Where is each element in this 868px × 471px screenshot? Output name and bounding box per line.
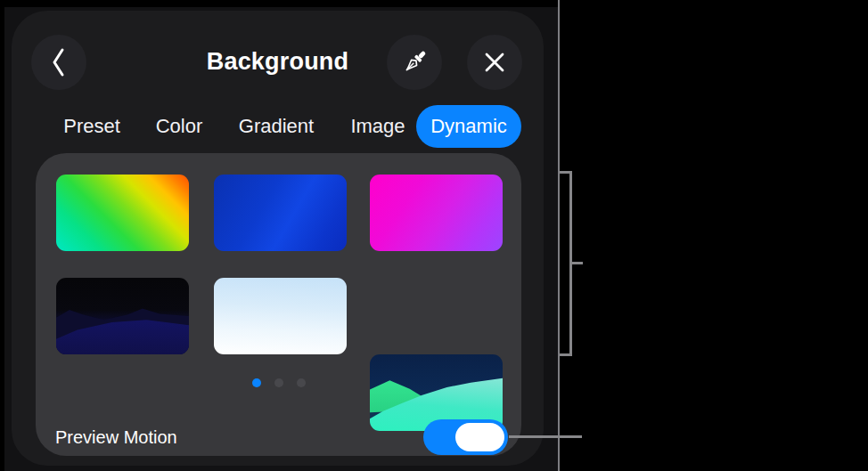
dynamic-background-thumbnail-blue[interactable] — [214, 175, 347, 251]
toggle-knob — [455, 423, 504, 451]
dynamic-background-thumbnail-magenta[interactable] — [370, 175, 503, 251]
dynamic-background-thumbnail-sky[interactable] — [214, 278, 347, 354]
dynamic-background-thumbnail-rainbow[interactable] — [56, 175, 189, 251]
eyedropper-icon — [397, 45, 431, 79]
page-title: Background — [12, 48, 544, 76]
tab-preset[interactable]: Preset — [63, 105, 120, 148]
pager-dot-2[interactable] — [274, 378, 283, 387]
dynamic-backgrounds-card: Preview Motion — [36, 153, 521, 456]
pager-dot-3[interactable] — [297, 378, 306, 387]
tab-image[interactable]: Image — [350, 105, 405, 148]
preview-motion-label: Preview Motion — [55, 427, 177, 448]
pager-dot-1[interactable] — [252, 378, 261, 387]
thumbnails-callout-bracket-bottom — [560, 353, 572, 356]
eyedropper-button[interactable] — [387, 35, 442, 90]
figure: Background Pr — [0, 0, 868, 471]
preview-motion-callout-line — [509, 435, 582, 438]
tab-dynamic[interactable]: Dynamic — [416, 105, 521, 148]
close-button[interactable] — [467, 35, 522, 90]
preview-motion-toggle[interactable] — [423, 419, 508, 455]
background-popover: Background Pr — [12, 11, 544, 466]
tab-gradient[interactable]: Gradient — [239, 105, 314, 148]
tab-color[interactable]: Color — [156, 105, 203, 148]
dynamic-background-thumbnail-dark-mountains[interactable] — [56, 278, 189, 354]
thumbnails-callout-tick — [572, 262, 583, 264]
screenshot-right-border — [558, 0, 560, 471]
close-icon — [482, 50, 507, 75]
